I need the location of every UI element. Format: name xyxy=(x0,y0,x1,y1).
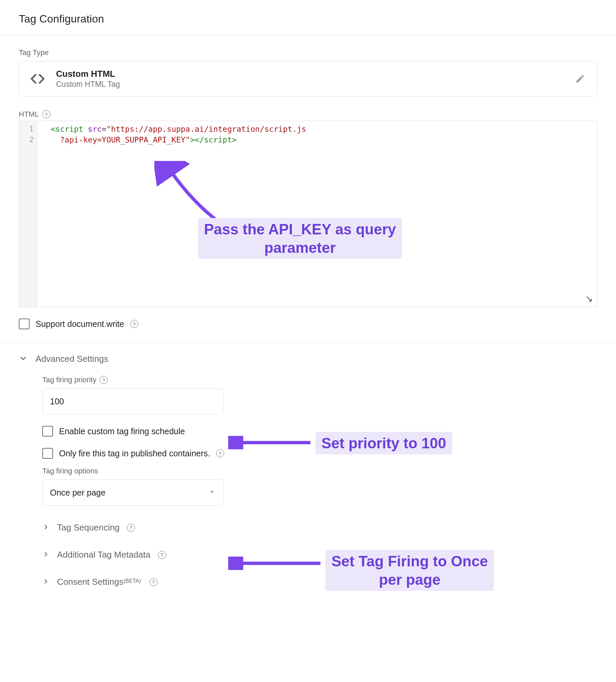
enable-schedule-label: Enable custom tag firing schedule xyxy=(59,427,185,436)
tag-type-subtitle: Custom HTML Tag xyxy=(56,80,563,89)
advanced-settings-title: Advanced Settings xyxy=(36,354,108,364)
pencil-icon xyxy=(575,74,585,84)
help-icon[interactable]: ? xyxy=(130,320,138,328)
tag-type-card[interactable]: Custom HTML Custom HTML Tag xyxy=(19,61,597,96)
code-token: "https://app.suppa.ai/integration/script… xyxy=(106,125,306,133)
tag-sequencing-section[interactable]: Tag Sequencing ? xyxy=(42,522,597,533)
tag-type-title: Custom HTML xyxy=(56,69,563,79)
additional-metadata-title: Additional Tag Metadata xyxy=(57,549,151,560)
resize-handle[interactable]: ↘ xyxy=(585,294,593,303)
priority-label-row: Tag firing priority ? xyxy=(42,376,597,384)
chevron-right-icon xyxy=(42,578,50,587)
firing-options-label: Tag firing options xyxy=(42,467,98,475)
support-docwrite-row: Support document.write ? xyxy=(19,319,597,329)
code-token: src xyxy=(83,125,102,133)
html-field-label-row: HTML ? xyxy=(19,110,597,119)
help-icon[interactable]: ? xyxy=(150,578,158,586)
chevron-down-icon xyxy=(19,354,27,364)
caret-down-icon xyxy=(208,488,216,497)
consent-settings-section[interactable]: Consent Settings (BETA) ? xyxy=(42,577,597,587)
only-published-label: Only fire this tag in published containe… xyxy=(59,449,210,458)
tag-type-label: Tag Type xyxy=(19,48,597,57)
code-token: = xyxy=(102,125,106,133)
tag-configuration-page: Tag Configuration Tag Type Custom HTML C… xyxy=(0,0,616,600)
tag-type-section: Tag Type Custom HTML Custom HTML Tag HTM… xyxy=(0,48,616,329)
support-docwrite-label: Support document.write xyxy=(36,319,124,329)
firing-options-value: Once per page xyxy=(50,488,105,498)
only-published-checkbox[interactable] xyxy=(42,448,53,459)
chevron-right-icon xyxy=(42,550,50,559)
consent-settings-title: Consent Settings xyxy=(57,577,124,587)
support-docwrite-checkbox[interactable] xyxy=(19,319,29,329)
additional-metadata-section[interactable]: Additional Tag Metadata ? xyxy=(42,549,597,560)
tag-sequencing-title: Tag Sequencing xyxy=(57,522,119,533)
help-icon[interactable]: ? xyxy=(216,449,224,457)
beta-badge: (BETA) xyxy=(124,578,140,584)
chevron-right-icon xyxy=(42,523,50,532)
priority-input[interactable] xyxy=(42,388,223,414)
divider xyxy=(0,35,616,36)
html-field-label: HTML xyxy=(19,110,39,119)
help-icon[interactable]: ? xyxy=(42,110,50,118)
code-body[interactable]: <script src="https://app.suppa.ai/integr… xyxy=(37,121,597,307)
advanced-settings-section: Advanced Settings Tag firing priority ? … xyxy=(0,342,616,587)
advanced-settings-toggle[interactable]: Advanced Settings xyxy=(19,342,597,367)
code-token: <script xyxy=(51,125,83,133)
line-number: 2 xyxy=(19,134,37,145)
tag-type-texts: Custom HTML Custom HTML Tag xyxy=(56,69,563,89)
html-code-editor[interactable]: 1 2 <script src="https://app.suppa.ai/in… xyxy=(19,121,597,307)
help-icon[interactable]: ? xyxy=(158,551,166,559)
line-number: 1 xyxy=(19,124,37,134)
code-icon xyxy=(28,70,47,88)
edit-tag-type-button[interactable] xyxy=(573,71,588,86)
code-token: > xyxy=(190,135,195,144)
page-header: Tag Configuration xyxy=(0,0,616,35)
code-token: ?api-key=YOUR_SUPPA_API_KEY" xyxy=(60,135,190,144)
firing-options-select[interactable]: Once per page xyxy=(42,479,223,506)
code-token: </script> xyxy=(195,135,237,144)
help-icon[interactable]: ? xyxy=(127,524,135,532)
firing-options-label-row: Tag firing options xyxy=(42,467,597,475)
enable-schedule-row: Enable custom tag firing schedule xyxy=(42,426,597,436)
advanced-settings-body: Tag firing priority ? Enable custom tag … xyxy=(19,376,597,587)
help-icon[interactable]: ? xyxy=(100,376,108,384)
page-title: Tag Configuration xyxy=(19,13,597,25)
priority-label: Tag firing priority xyxy=(42,376,96,384)
code-gutter: 1 2 xyxy=(19,121,37,307)
only-published-row: Only fire this tag in published containe… xyxy=(42,448,597,459)
enable-schedule-checkbox[interactable] xyxy=(42,426,53,436)
